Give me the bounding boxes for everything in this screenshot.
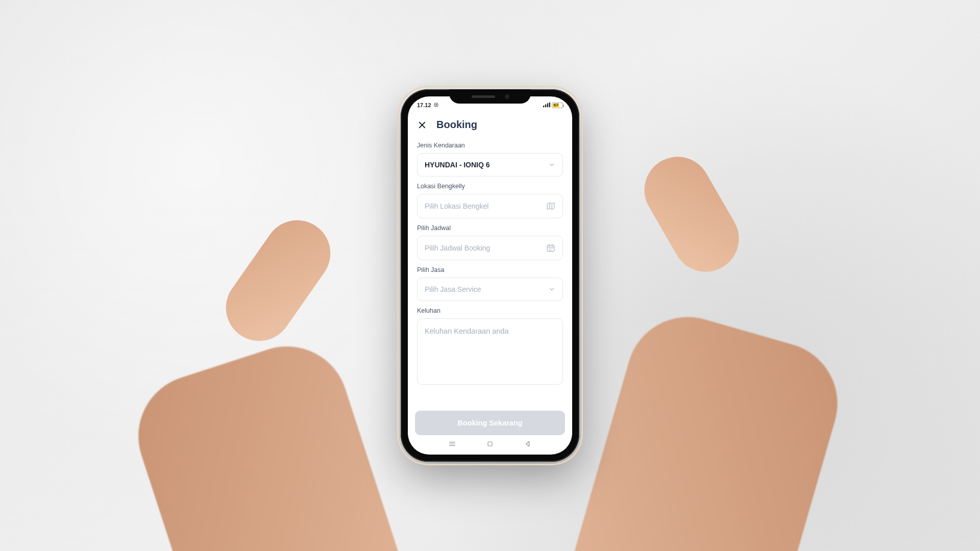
calendar-icon bbox=[546, 243, 555, 253]
svg-rect-2 bbox=[543, 106, 544, 107]
vehicle-label: Jenis Kendaraan bbox=[417, 142, 563, 149]
bottom-bar: Booking Sekarang bbox=[408, 404, 572, 435]
home-button[interactable] bbox=[486, 440, 494, 450]
complaint-textarea[interactable]: Keluhan Kendaraan anda bbox=[417, 318, 563, 385]
battery-icon: 67 bbox=[552, 103, 563, 108]
svg-point-19 bbox=[550, 250, 551, 251]
battery-level: 67 bbox=[554, 103, 558, 107]
chevron-down-icon bbox=[548, 161, 555, 168]
service-placeholder: Pilih Jasa Service bbox=[425, 285, 481, 293]
app-header: Booking bbox=[408, 111, 572, 136]
svg-marker-8 bbox=[547, 203, 554, 210]
vehicle-value: HYUNDAI - IONIQ 6 bbox=[425, 161, 490, 169]
svg-rect-3 bbox=[545, 104, 546, 107]
close-button[interactable] bbox=[417, 120, 427, 130]
complaint-placeholder: Keluhan Kendaraan anda bbox=[425, 327, 508, 335]
svg-point-1 bbox=[435, 104, 436, 105]
svg-rect-4 bbox=[547, 103, 548, 107]
svg-point-18 bbox=[549, 250, 550, 251]
svg-point-16 bbox=[550, 248, 551, 249]
status-time: 17.12 bbox=[417, 102, 431, 108]
location-label: Lokasi Bengkelly bbox=[417, 183, 563, 190]
svg-marker-24 bbox=[526, 441, 529, 446]
schedule-select[interactable]: Pilih Jadwal Booking bbox=[417, 236, 563, 260]
svg-rect-23 bbox=[488, 442, 492, 446]
hand-left bbox=[122, 331, 408, 551]
svg-rect-5 bbox=[549, 102, 550, 107]
thumb-left bbox=[213, 207, 344, 354]
submit-booking-button[interactable]: Booking Sekarang bbox=[415, 411, 565, 435]
complaint-label: Keluhan bbox=[417, 307, 563, 314]
android-nav-bar bbox=[408, 435, 572, 455]
thumb-right bbox=[632, 145, 751, 284]
schedule-placeholder: Pilih Jadwal Booking bbox=[425, 244, 490, 252]
phone-notch bbox=[449, 89, 531, 104]
phone-frame: 17.12 67 Booking Jenis K bbox=[401, 89, 579, 462]
chevron-down-icon bbox=[548, 286, 555, 293]
schedule-label: Pilih Jadwal bbox=[417, 224, 563, 232]
booking-form: Jenis Kendaraan HYUNDAI - IONIQ 6 Lokasi… bbox=[408, 136, 572, 404]
back-button[interactable] bbox=[524, 440, 532, 450]
service-label: Pilih Jasa bbox=[417, 266, 563, 273]
app-screen: 17.12 67 Booking Jenis K bbox=[408, 96, 572, 455]
service-select[interactable]: Pilih Jasa Service bbox=[417, 278, 563, 301]
svg-point-17 bbox=[552, 248, 553, 249]
signal-icon bbox=[543, 102, 550, 109]
vehicle-select[interactable]: HYUNDAI - IONIQ 6 bbox=[417, 153, 563, 177]
page-title: Booking bbox=[436, 119, 477, 131]
cta-label: Booking Sekarang bbox=[457, 419, 522, 427]
map-icon bbox=[546, 202, 555, 211]
location-select[interactable]: Pilih Lokasi Bengkel bbox=[417, 194, 563, 218]
hand-right bbox=[567, 303, 852, 551]
svg-point-15 bbox=[549, 248, 550, 249]
location-indicator-icon bbox=[433, 102, 439, 109]
location-placeholder: Pilih Lokasi Bengkel bbox=[425, 202, 488, 210]
recent-apps-button[interactable] bbox=[448, 440, 456, 450]
